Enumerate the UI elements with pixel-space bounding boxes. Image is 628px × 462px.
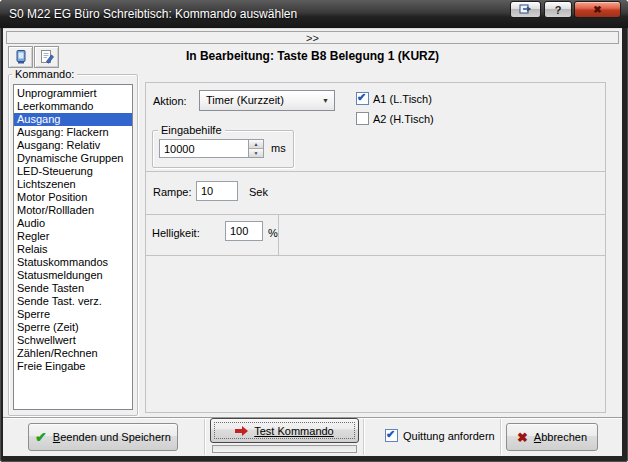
eingabehilfe-stepper[interactable]: ▲ ▼	[248, 139, 264, 158]
list-item[interactable]: Motor/Rollladen	[14, 204, 132, 217]
list-item[interactable]: Unprogrammiert	[14, 87, 132, 100]
kommando-group-label: Kommando:	[12, 68, 77, 80]
expander-bar[interactable]: >>	[6, 31, 619, 44]
chevron-down-icon: ▼	[318, 92, 333, 109]
eingabehilfe-unit-label: ms	[271, 142, 286, 154]
checkbox-quittung-label[interactable]: Quittung anfordern	[403, 430, 495, 442]
test-progress-bar	[212, 445, 357, 453]
list-item[interactable]: Regler	[14, 230, 132, 243]
list-item[interactable]: Sende Tasten	[14, 282, 132, 295]
rampe-label: Rampe:	[153, 186, 192, 198]
helligkeit-unit-label: %	[268, 227, 278, 239]
list-item[interactable]: Statusmeldungen	[14, 269, 132, 282]
list-item[interactable]: LED-Steuerung	[14, 165, 132, 178]
detach-window-button[interactable]	[510, 1, 541, 18]
save-and-close-label: Beenden und Speichern	[53, 431, 171, 443]
list-item-selected[interactable]: Ausgang	[14, 113, 132, 126]
titlebar[interactable]: S0 M22 EG Büro Schreibtisch: Kommando au…	[0, 0, 628, 28]
helligkeit-label: Helligkeit:	[152, 227, 200, 239]
checkbox-a1[interactable]	[356, 92, 369, 105]
list-item[interactable]: Schwellwert	[14, 334, 132, 347]
list-item[interactable]: Zählen/Rechnen	[14, 347, 132, 360]
aktion-combobox-value: Timer (Kurzzeit)	[206, 94, 284, 106]
red-x-icon	[517, 430, 528, 445]
aktion-combobox[interactable]: Timer (Kurzzeit) ▼	[199, 90, 335, 111]
helligkeit-section	[145, 214, 606, 256]
save-and-close-button[interactable]: Beenden und Speichern	[28, 423, 178, 451]
help-icon: ?	[555, 4, 562, 16]
rampe-unit-label: Sek	[249, 186, 268, 198]
check-icon	[35, 429, 47, 445]
list-item[interactable]: Leerkommando	[14, 100, 132, 113]
editing-title: In Bearbeitung: Taste B8 Belegung 1 (KUR…	[3, 49, 622, 63]
footer-divider	[500, 419, 502, 455]
empty-section	[145, 255, 606, 413]
list-item[interactable]: Ausgang: Relativ	[14, 139, 132, 152]
detach-window-icon	[519, 4, 532, 15]
window-title: S0 M22 EG Büro Schreibtisch: Kommando au…	[9, 7, 297, 21]
list-item[interactable]: Sende Tast. verz.	[14, 295, 132, 308]
checkbox-quittung[interactable]	[385, 429, 398, 442]
checkbox-a2-label[interactable]: A2 (H.Tisch)	[373, 113, 434, 125]
list-item[interactable]: Statuskommandos	[14, 256, 132, 269]
list-item[interactable]: Ausgang: Flackern	[14, 126, 132, 139]
close-icon: ✖	[593, 4, 601, 15]
footer-divider	[204, 419, 206, 455]
help-button[interactable]: ?	[544, 1, 572, 18]
list-item[interactable]: Motor Position	[14, 191, 132, 204]
eingabehilfe-group-label: Eingabehilfe	[158, 124, 225, 136]
helligkeit-input[interactable]	[225, 221, 263, 241]
footer-divider	[363, 419, 365, 455]
list-item[interactable]: Relais	[14, 243, 132, 256]
dialog-window: S0 M22 EG Büro Schreibtisch: Kommando au…	[0, 0, 628, 462]
spinner-down-icon[interactable]: ▼	[249, 149, 263, 157]
cancel-label: Abbrechen	[534, 431, 587, 443]
eingabehilfe-input[interactable]	[159, 139, 249, 158]
red-arrow-icon	[235, 426, 248, 436]
spinner-up-icon[interactable]: ▲	[249, 140, 263, 149]
checkbox-a1-label[interactable]: A1 (L.Tisch)	[373, 93, 432, 105]
rampe-input[interactable]	[196, 181, 238, 201]
test-kommando-button[interactable]: Test Kommando	[210, 418, 359, 443]
list-item[interactable]: Audio	[14, 217, 132, 230]
list-item[interactable]: Freie Eingabe	[14, 360, 132, 373]
list-item[interactable]: Lichtszenen	[14, 178, 132, 191]
expander-chevrons-icon: >>	[306, 32, 319, 44]
test-kommando-label: Test Kommando	[254, 425, 333, 437]
list-item[interactable]: Sperre (Zeit)	[14, 321, 132, 334]
list-item[interactable]: Sperre	[14, 308, 132, 321]
kommando-listbox[interactable]: Unprogrammiert Leerkommando Ausgang Ausg…	[13, 84, 133, 410]
close-button[interactable]: ✖	[574, 1, 621, 18]
aktion-label: Aktion:	[153, 95, 187, 107]
list-item[interactable]: Dynamische Gruppen	[14, 152, 132, 165]
cancel-button[interactable]: Abbrechen	[506, 423, 598, 451]
checkbox-a2[interactable]	[356, 112, 369, 125]
